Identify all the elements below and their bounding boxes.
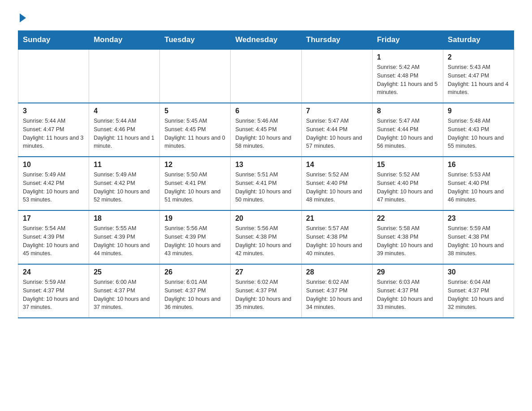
week-row-1: 1Sunrise: 5:42 AM Sunset: 4:48 PM Daylig… <box>18 49 514 103</box>
header-monday: Monday <box>89 31 160 50</box>
calendar-cell: 7Sunrise: 5:47 AM Sunset: 4:44 PM Daylig… <box>301 103 372 157</box>
logo <box>18 13 26 21</box>
calendar-cell: 22Sunrise: 5:58 AM Sunset: 4:38 PM Dayli… <box>372 210 443 264</box>
week-row-3: 10Sunrise: 5:49 AM Sunset: 4:42 PM Dayli… <box>18 157 514 210</box>
calendar-header-row: SundayMondayTuesdayWednesdayThursdayFrid… <box>18 31 514 50</box>
day-info: Sunrise: 5:47 AM Sunset: 4:44 PM Dayligh… <box>377 117 438 150</box>
calendar-cell <box>301 49 372 103</box>
day-info: Sunrise: 5:56 AM Sunset: 4:38 PM Dayligh… <box>235 224 296 258</box>
day-info: Sunrise: 5:59 AM Sunset: 4:37 PM Dayligh… <box>23 278 84 312</box>
day-number: 18 <box>94 214 155 223</box>
day-number: 30 <box>448 268 509 276</box>
day-number: 23 <box>448 214 509 223</box>
calendar-cell: 18Sunrise: 5:55 AM Sunset: 4:39 PM Dayli… <box>89 210 160 264</box>
day-number: 20 <box>235 214 296 223</box>
calendar-cell: 26Sunrise: 6:01 AM Sunset: 4:37 PM Dayli… <box>160 264 231 318</box>
day-info: Sunrise: 6:00 AM Sunset: 4:37 PM Dayligh… <box>94 278 155 312</box>
day-info: Sunrise: 5:52 AM Sunset: 4:40 PM Dayligh… <box>306 171 368 204</box>
page-header <box>18 13 514 21</box>
day-number: 4 <box>94 107 155 115</box>
day-number: 3 <box>23 107 84 115</box>
day-number: 11 <box>94 161 155 169</box>
day-info: Sunrise: 5:50 AM Sunset: 4:41 PM Dayligh… <box>164 171 226 204</box>
day-number: 15 <box>377 161 438 169</box>
calendar-cell: 11Sunrise: 5:49 AM Sunset: 4:42 PM Dayli… <box>89 157 160 210</box>
day-info: Sunrise: 5:52 AM Sunset: 4:40 PM Dayligh… <box>377 171 438 204</box>
day-info: Sunrise: 5:54 AM Sunset: 4:39 PM Dayligh… <box>23 224 84 258</box>
calendar-cell: 21Sunrise: 5:57 AM Sunset: 4:38 PM Dayli… <box>301 210 372 264</box>
day-number: 25 <box>94 268 155 276</box>
calendar-cell: 24Sunrise: 5:59 AM Sunset: 4:37 PM Dayli… <box>18 264 89 318</box>
day-number: 9 <box>448 107 509 115</box>
header-thursday: Thursday <box>301 31 372 50</box>
day-info: Sunrise: 5:49 AM Sunset: 4:42 PM Dayligh… <box>23 171 84 204</box>
day-number: 26 <box>164 268 226 276</box>
day-info: Sunrise: 5:46 AM Sunset: 4:45 PM Dayligh… <box>235 117 296 150</box>
day-info: Sunrise: 5:58 AM Sunset: 4:38 PM Dayligh… <box>377 224 438 258</box>
header-tuesday: Tuesday <box>160 31 231 50</box>
calendar-cell: 2Sunrise: 5:43 AM Sunset: 4:47 PM Daylig… <box>443 49 514 103</box>
day-number: 2 <box>448 53 509 61</box>
calendar-cell: 25Sunrise: 6:00 AM Sunset: 4:37 PM Dayli… <box>89 264 160 318</box>
day-info: Sunrise: 5:47 AM Sunset: 4:44 PM Dayligh… <box>306 117 368 150</box>
day-number: 13 <box>235 161 296 169</box>
calendar-cell: 9Sunrise: 5:48 AM Sunset: 4:43 PM Daylig… <box>443 103 514 157</box>
day-info: Sunrise: 5:49 AM Sunset: 4:42 PM Dayligh… <box>94 171 155 204</box>
day-number: 1 <box>377 53 438 61</box>
day-info: Sunrise: 5:57 AM Sunset: 4:38 PM Dayligh… <box>306 224 368 258</box>
header-friday: Friday <box>372 31 443 50</box>
day-number: 24 <box>23 268 84 276</box>
calendar-cell: 13Sunrise: 5:51 AM Sunset: 4:41 PM Dayli… <box>231 157 301 210</box>
week-row-2: 3Sunrise: 5:44 AM Sunset: 4:47 PM Daylig… <box>18 103 514 157</box>
day-number: 7 <box>306 107 368 115</box>
day-number: 16 <box>448 161 509 169</box>
calendar-cell <box>160 49 231 103</box>
calendar-cell: 12Sunrise: 5:50 AM Sunset: 4:41 PM Dayli… <box>160 157 231 210</box>
day-info: Sunrise: 5:44 AM Sunset: 4:46 PM Dayligh… <box>94 117 155 150</box>
day-info: Sunrise: 6:01 AM Sunset: 4:37 PM Dayligh… <box>164 278 226 312</box>
day-info: Sunrise: 5:48 AM Sunset: 4:43 PM Dayligh… <box>448 117 509 150</box>
day-info: Sunrise: 5:59 AM Sunset: 4:38 PM Dayligh… <box>448 224 509 258</box>
calendar-cell: 27Sunrise: 6:02 AM Sunset: 4:37 PM Dayli… <box>231 264 301 318</box>
calendar-cell: 19Sunrise: 5:56 AM Sunset: 4:39 PM Dayli… <box>160 210 231 264</box>
day-number: 27 <box>235 268 296 276</box>
day-number: 17 <box>23 214 84 223</box>
calendar-cell: 23Sunrise: 5:59 AM Sunset: 4:38 PM Dayli… <box>443 210 514 264</box>
day-info: Sunrise: 5:55 AM Sunset: 4:39 PM Dayligh… <box>94 224 155 258</box>
day-info: Sunrise: 6:04 AM Sunset: 4:37 PM Dayligh… <box>448 278 509 312</box>
day-info: Sunrise: 5:42 AM Sunset: 4:48 PM Dayligh… <box>377 63 438 97</box>
day-info: Sunrise: 5:45 AM Sunset: 4:45 PM Dayligh… <box>164 117 226 150</box>
calendar-cell: 3Sunrise: 5:44 AM Sunset: 4:47 PM Daylig… <box>18 103 89 157</box>
logo-arrow-icon <box>20 13 26 22</box>
calendar-cell: 16Sunrise: 5:53 AM Sunset: 4:40 PM Dayli… <box>443 157 514 210</box>
day-info: Sunrise: 5:56 AM Sunset: 4:39 PM Dayligh… <box>164 224 226 258</box>
header-sunday: Sunday <box>18 31 89 50</box>
day-number: 21 <box>306 214 368 223</box>
day-number: 8 <box>377 107 438 115</box>
day-number: 22 <box>377 214 438 223</box>
calendar-cell: 14Sunrise: 5:52 AM Sunset: 4:40 PM Dayli… <box>301 157 372 210</box>
calendar-cell: 6Sunrise: 5:46 AM Sunset: 4:45 PM Daylig… <box>231 103 301 157</box>
calendar-cell <box>89 49 160 103</box>
calendar-cell: 5Sunrise: 5:45 AM Sunset: 4:45 PM Daylig… <box>160 103 231 157</box>
day-info: Sunrise: 5:51 AM Sunset: 4:41 PM Dayligh… <box>235 171 296 204</box>
day-info: Sunrise: 6:03 AM Sunset: 4:37 PM Dayligh… <box>377 278 438 312</box>
week-row-5: 24Sunrise: 5:59 AM Sunset: 4:37 PM Dayli… <box>18 264 514 318</box>
calendar-cell: 30Sunrise: 6:04 AM Sunset: 4:37 PM Dayli… <box>443 264 514 318</box>
day-number: 5 <box>164 107 226 115</box>
calendar-cell: 4Sunrise: 5:44 AM Sunset: 4:46 PM Daylig… <box>89 103 160 157</box>
day-info: Sunrise: 6:02 AM Sunset: 4:37 PM Dayligh… <box>235 278 296 312</box>
week-row-4: 17Sunrise: 5:54 AM Sunset: 4:39 PM Dayli… <box>18 210 514 264</box>
calendar-cell: 20Sunrise: 5:56 AM Sunset: 4:38 PM Dayli… <box>231 210 301 264</box>
calendar-cell: 29Sunrise: 6:03 AM Sunset: 4:37 PM Dayli… <box>372 264 443 318</box>
day-number: 6 <box>235 107 296 115</box>
day-number: 19 <box>164 214 226 223</box>
calendar-cell: 17Sunrise: 5:54 AM Sunset: 4:39 PM Dayli… <box>18 210 89 264</box>
day-number: 14 <box>306 161 368 169</box>
calendar-cell <box>18 49 89 103</box>
calendar-cell: 28Sunrise: 6:02 AM Sunset: 4:37 PM Dayli… <box>301 264 372 318</box>
day-number: 12 <box>164 161 226 169</box>
header-wednesday: Wednesday <box>231 31 301 50</box>
calendar-cell: 15Sunrise: 5:52 AM Sunset: 4:40 PM Dayli… <box>372 157 443 210</box>
calendar-cell <box>231 49 301 103</box>
